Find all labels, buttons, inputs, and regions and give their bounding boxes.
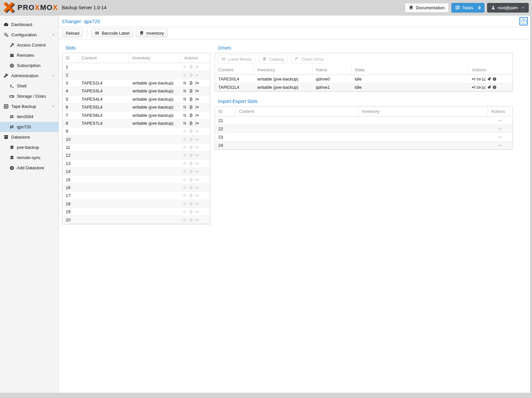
table-row[interactable]: 6 TAPES5L4 writable (pve-backup) <box>62 103 210 111</box>
column-header-actions[interactable]: Actions <box>181 53 210 63</box>
column-header-content[interactable]: Content <box>215 65 254 75</box>
sidebar-item-storage-disks[interactable]: Storage / Disks <box>0 91 58 101</box>
trash-icon[interactable] <box>189 81 193 85</box>
slot-id: 14 <box>62 169 78 174</box>
table-row[interactable]: 18 <box>62 200 210 208</box>
load-icon[interactable] <box>195 97 199 101</box>
sidebar-item-shell[interactable]: Shell <box>0 81 58 91</box>
table-row[interactable]: 10 <box>62 136 210 144</box>
table-row[interactable]: 5 TAPES4L4 writable (pve-backup) <box>62 95 210 103</box>
user-menu-button[interactable]: root@pam <box>487 3 529 13</box>
help-button[interactable]: ? <box>519 17 528 25</box>
chart-line-icon[interactable] <box>482 77 486 81</box>
table-row[interactable]: TAPES0L4 writable (pve-backup) qdrive0 I… <box>215 75 513 83</box>
sidebar-item-administration[interactable]: Administration <box>0 71 58 81</box>
table-row[interactable]: 14 <box>62 168 210 176</box>
slot-id: 16 <box>62 185 78 190</box>
slot-actions <box>181 218 210 222</box>
column-header-name[interactable]: Name <box>312 65 351 75</box>
load-icon[interactable] <box>195 81 199 85</box>
transfer-icon[interactable] <box>183 89 187 93</box>
table-row[interactable]: 4 TAPES3L4 writable (pve-backup) <box>62 87 210 95</box>
transfer-icon[interactable] <box>183 97 187 101</box>
slot-actions <box>181 137 210 142</box>
sidebar-item-add-datastore[interactable]: Add Datastore <box>0 163 58 173</box>
sidebar-item-datastore[interactable]: Datastore <box>0 132 58 142</box>
hdd-icon[interactable] <box>477 85 481 89</box>
table-row[interactable]: 19 <box>62 208 210 216</box>
trash-icon[interactable] <box>189 97 193 101</box>
transfer-icon[interactable] <box>183 121 187 125</box>
table-row[interactable]: 20 <box>62 216 210 224</box>
table-row[interactable]: 24 <box>215 141 513 149</box>
slot-inventory: writable (pve-backup) <box>129 97 181 102</box>
sidebar-item-ibm3584[interactable]: ibm3584 <box>0 112 58 122</box>
inventory-button[interactable]: Inventory <box>136 29 167 37</box>
table-row[interactable]: 9 <box>62 127 210 135</box>
table-row[interactable]: TAPES1L4 writable (pve-backup) qdrive1 I… <box>215 83 513 91</box>
transfer-icon[interactable] <box>183 113 187 117</box>
table-row[interactable]: 21 <box>215 116 513 125</box>
trash-icon[interactable] <box>189 89 193 93</box>
chart-line-icon[interactable] <box>482 85 486 89</box>
transfer-icon[interactable] <box>183 105 187 109</box>
column-header-inventory[interactable]: Inventory <box>129 53 181 63</box>
sidebar-item-configuration[interactable]: Configuration <box>0 30 58 40</box>
trash-icon[interactable] <box>189 121 193 125</box>
sidebar-item-access-control[interactable]: Access Control <box>0 40 58 50</box>
book-icon <box>262 57 267 61</box>
drive-state: Idle <box>351 77 469 82</box>
table-row[interactable]: 2 <box>62 71 210 79</box>
column-header-inventory[interactable]: Inventory <box>254 65 312 75</box>
table-row[interactable]: 13 <box>62 160 210 168</box>
table-row[interactable]: 17 <box>62 192 210 200</box>
unload-icon[interactable] <box>471 85 476 89</box>
sidebar-item-remote-sync[interactable]: remote-sync <box>0 152 58 163</box>
load-icon[interactable] <box>195 113 199 117</box>
tasks-button[interactable]: Tasks 0 <box>451 3 484 13</box>
column-header-actions[interactable]: Actions <box>469 65 513 75</box>
info-icon[interactable] <box>492 77 497 81</box>
import-export-panel: Import-Export Slots ID Content Inventory… <box>215 96 513 150</box>
trash-icon[interactable] <box>189 105 193 109</box>
reload-button[interactable]: Reload <box>62 29 83 37</box>
info-icon[interactable] <box>492 85 497 89</box>
tag-icon[interactable] <box>487 77 491 81</box>
tag-icon[interactable] <box>487 85 491 89</box>
table-row[interactable]: 16 <box>62 184 210 192</box>
sidebar-item-remotes[interactable]: Remotes <box>0 50 58 60</box>
column-header-content[interactable]: Content <box>78 53 129 63</box>
sidebar-item-subscription[interactable]: Subscription <box>0 60 58 71</box>
table-row[interactable]: 3 TAPES2L4 writable (pve-backup) <box>62 79 210 87</box>
column-header-content[interactable]: Content <box>236 107 359 116</box>
sidebar-item-qpx720[interactable]: qpx720 <box>0 122 58 132</box>
table-row[interactable]: 7 TAPES6L4 writable (pve-backup) <box>62 111 210 119</box>
table-row[interactable]: 22 <box>215 125 513 133</box>
load-icon[interactable] <box>195 105 199 109</box>
table-row[interactable]: 12 <box>62 151 210 159</box>
table-row[interactable]: 1 <box>62 63 210 71</box>
documentation-button[interactable]: Documentation <box>405 3 448 13</box>
column-header-actions[interactable]: Actions <box>488 107 513 116</box>
hdd-icon[interactable] <box>477 77 481 81</box>
table-row[interactable]: 15 <box>62 176 210 183</box>
tasks-count-badge: 0 <box>478 5 480 10</box>
table-row[interactable]: 23 <box>215 133 513 141</box>
load-icon[interactable] <box>195 121 199 125</box>
column-header-id[interactable]: ID <box>62 53 78 63</box>
column-header-id[interactable]: ID <box>215 107 236 116</box>
table-row[interactable]: 8 TAPES7L4 writable (pve-backup) <box>62 119 210 127</box>
column-header-state[interactable]: State <box>351 65 469 75</box>
barcode-label-button[interactable]: Barcode Label <box>91 29 133 37</box>
column-header-inventory[interactable]: Inventory <box>359 107 488 116</box>
unload-icon[interactable] <box>471 77 476 81</box>
transfer-icon[interactable] <box>183 81 187 85</box>
drives-title: Drives <box>215 43 513 53</box>
database-icon <box>9 145 15 150</box>
load-icon[interactable] <box>195 89 199 93</box>
sidebar-item-dashboard[interactable]: Dashboard <box>0 19 58 30</box>
sidebar-item-pve-backup[interactable]: pve-backup <box>0 142 58 152</box>
table-row[interactable]: 11 <box>62 144 210 151</box>
trash-icon[interactable] <box>189 113 193 117</box>
sidebar-item-tape-backup[interactable]: Tape Backup <box>0 101 58 112</box>
